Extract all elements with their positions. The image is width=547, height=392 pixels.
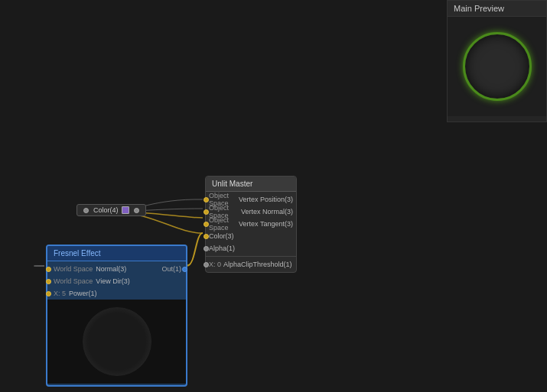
port-vertex-tangent <box>203 222 209 227</box>
fresnel-normal-label: Normal(3) <box>96 265 126 273</box>
row-left-label-3: Object Space <box>209 216 236 232</box>
fresnel-row-power: X: 5 Power(1) <box>47 287 186 300</box>
port-fresnel-normal <box>46 267 51 272</box>
port-vertex-normal <box>203 209 209 215</box>
color-node[interactable]: Color(4) <box>77 204 146 216</box>
fresnel-power-label: Power(1) <box>69 290 97 297</box>
row-label-1: Vertex Position(3) <box>239 196 293 203</box>
port-alpha <box>203 246 209 251</box>
color-swatch <box>122 206 129 214</box>
fresnel-ws-label-2: World Space <box>54 277 93 285</box>
unlit-master-title: Unlit Master <box>206 177 296 192</box>
fresnel-x-label: X: 5 <box>54 290 66 297</box>
fresnel-preview <box>47 300 186 384</box>
preview-canvas <box>448 17 546 116</box>
color-node-label: Color(4) <box>93 206 119 214</box>
preview-circle <box>463 32 532 101</box>
table-row: Object Space Vertex Tangent(3) <box>206 218 296 230</box>
fresnel-preview-circle <box>83 307 151 376</box>
main-preview-title: Main Preview <box>448 1 546 17</box>
row-label-2: Vertex Normal(3) <box>241 208 293 215</box>
table-row: Color(3) <box>206 230 296 242</box>
port-color <box>203 234 209 239</box>
row-label-4: Color(3) <box>209 232 293 240</box>
color-node-right-port <box>134 208 139 213</box>
fresnel-effect-node: Fresnel Effect World Space Normal(3) Out… <box>46 245 187 387</box>
row-label-3: Vertex Tangent(3) <box>239 220 293 228</box>
table-row: X: 0 AlphaClipThreshold(1) <box>206 258 296 271</box>
port-fresnel-out <box>182 267 187 272</box>
fresnel-title: Fresnel Effect <box>47 246 186 261</box>
node-separator <box>206 256 296 257</box>
fresnel-row-viewdir: World Space View Dir(3) <box>47 275 186 287</box>
table-row: Alpha(1) <box>206 242 296 254</box>
color-node-left-port <box>83 208 89 213</box>
fresnel-row-normal: World Space Normal(3) Out(1) <box>47 263 186 275</box>
fresnel-ws-label-1: World Space <box>54 265 93 273</box>
port-vertex-pos <box>203 197 209 202</box>
unlit-master-node: Unlit Master Object Space Vertex Positio… <box>205 176 297 273</box>
unlit-master-body: Object Space Vertex Position(3) Object S… <box>206 192 296 272</box>
main-preview-panel: Main Preview <box>447 0 547 122</box>
row-left-label-6: X: 0 <box>209 261 221 268</box>
fresnel-body: World Space Normal(3) Out(1) World Space… <box>47 261 186 385</box>
fresnel-out-label: Out(1) <box>161 265 181 273</box>
row-label-6: AlphaClipThreshold(1) <box>223 261 293 268</box>
fresnel-viewdir-label: View Dir(3) <box>96 277 129 285</box>
port-fresnel-power <box>46 291 51 296</box>
port-fresnel-viewdir <box>46 279 51 284</box>
row-label-5: Alpha(1) <box>209 245 293 252</box>
port-alphaclip <box>203 262 209 267</box>
